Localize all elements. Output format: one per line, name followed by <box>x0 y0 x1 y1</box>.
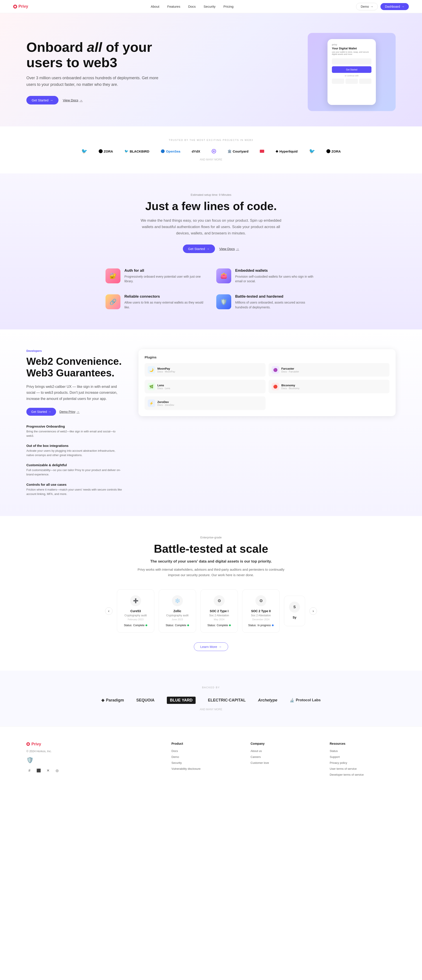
learn-more-button[interactable]: Learn More → <box>194 643 228 651</box>
footer-logo: Privy <box>26 742 158 746</box>
feature-connectors-icon: 🔗 <box>105 294 120 309</box>
logo-opensea: 🔵OpenSea <box>161 149 180 153</box>
hero-get-started-button[interactable]: Get Started → <box>26 96 59 105</box>
footer-shield-icon: 🛡️ <box>26 757 158 764</box>
backer-blueyard: BLUE YARD <box>167 697 196 704</box>
feature-auth-title: Auth for all <box>125 269 206 273</box>
hero-buttons: Get Started → View Docs → <box>26 96 163 105</box>
nav-logo-text: Privy <box>18 4 28 9</box>
plugin-lens-icon: 🌿 <box>148 383 155 390</box>
hero-image: privy Your Digital Wallet use your walle… <box>308 33 396 111</box>
dev-features-list: Progressive Onboarding Bring the conveni… <box>26 425 123 496</box>
footer-copyright: © 2024 Horkos, Inc. <box>26 749 158 753</box>
plugins-grid: 🌙 MoonPay Docs · MoonPay 🟣 Farcaster Doc… <box>145 363 390 410</box>
footer: Privy © 2024 Horkos, Inc. 🛡️ # ⬛ ✕ ◎ Pro… <box>0 726 422 805</box>
plugin-biconomy-name: Biconomy <box>281 383 300 387</box>
dev-feature-2-title: Customizable & delightful <box>26 463 123 467</box>
hero-title: Onboard all of your users to web3 <box>26 40 163 70</box>
hero-left: Onboard all of your users to web3 Over 3… <box>26 40 163 104</box>
footer-social-twitter[interactable]: ✕ <box>45 768 51 774</box>
zellic-name: Zellic <box>164 609 191 613</box>
footer-col-company: Company About us Careers Customer love <box>251 742 316 779</box>
setup-section: Estimated setup time: 9 Minutes Just a f… <box>0 173 422 329</box>
zellic-type: Cryptography audit <box>164 614 191 617</box>
plugin-moonpay-meta: Docs · MoonPay <box>157 370 175 373</box>
plugin-zerodev: ⚡ ZeroDev Docs · ZeroDev <box>145 396 265 410</box>
privy-logo-icon <box>13 5 17 9</box>
footer-link-customer[interactable]: Customer love <box>251 761 316 764</box>
dev-feature-3: Controls for all use cases Friction wher… <box>26 483 123 496</box>
footer-social-discord[interactable]: ◎ <box>54 768 60 774</box>
footer-link-support[interactable]: Support <box>330 755 396 759</box>
footer-link-dev-terms[interactable]: Developer terms of service <box>330 773 396 776</box>
plugin-moonpay-icon: 🌙 <box>148 366 155 374</box>
partial-name: Sy <box>289 616 300 619</box>
dev-title: Web2 Convenience. Web3 Guarantees. <box>26 356 123 379</box>
dev-feature-1-desc: Activate your users by plugging into acc… <box>26 449 123 457</box>
nav-item-docs[interactable]: Docs <box>188 5 196 8</box>
nav-logo[interactable]: Privy <box>13 4 28 9</box>
logo-privy-bird: 🐦 <box>82 148 87 154</box>
soc2t1-type: Soc 2 Attestation <box>206 614 233 617</box>
footer-link-status[interactable]: Status <box>330 749 396 752</box>
soc2t1-name: SOC 2 Type I <box>206 609 233 613</box>
feature-connectors: 🔗 Reliable connectors Allow users to lin… <box>105 294 206 310</box>
footer-link-user-terms[interactable]: User terms of service <box>330 767 396 770</box>
footer-link-careers[interactable]: Careers <box>251 755 316 759</box>
backer-protocol: 🔬Protocol Labs <box>290 698 321 703</box>
logo-dydx: dYdX <box>192 150 200 153</box>
plugin-farcaster-name: Farcaster <box>281 367 299 370</box>
dev-desc: Privy brings web2-caliber UX — like sign… <box>26 383 123 402</box>
carousel-next-button[interactable]: › <box>310 607 317 615</box>
security-desc: Privy works with internal stakeholders, … <box>136 567 286 578</box>
footer-link-vuln[interactable]: Vulnerability disclosure <box>171 767 237 770</box>
svg-point-1 <box>14 6 16 8</box>
carousel-prev-button[interactable]: ‹ <box>105 607 112 615</box>
footer-social-github[interactable]: ⬛ <box>35 768 42 774</box>
cure53-date: February 2023 <box>122 618 149 621</box>
backer-paradigm: ◆Paradigm <box>101 698 124 703</box>
footer-link-docs[interactable]: Docs <box>171 749 237 752</box>
nav-item-pricing[interactable]: Pricing <box>224 5 233 8</box>
backer-electric: ELECTRIC·CAPITAL <box>208 698 246 703</box>
setup-view-docs-link[interactable]: View Docs → <box>219 247 239 251</box>
plugin-farcaster-meta: Docs · Farcaster <box>281 370 299 373</box>
dev-left: Developers Web2 Convenience. Web3 Guaran… <box>26 349 123 496</box>
nav-item-features[interactable]: Features <box>167 5 180 8</box>
navbar: Privy About Features Docs Security Prici… <box>0 0 422 13</box>
dev-demo-link[interactable]: Demo Privy → <box>59 408 80 416</box>
soc2t2-status-dot <box>272 624 273 626</box>
nav-item-security[interactable]: Security <box>203 5 216 8</box>
soc2t1-status: Status: Complete <box>206 624 233 627</box>
dashboard-button[interactable]: Dashboard → <box>380 3 409 10</box>
mock-twitter-btn <box>359 79 371 84</box>
mock-divider: or continue with <box>332 75 371 77</box>
plugin-farcaster-icon: 🟣 <box>272 366 279 374</box>
trusted-label: TRUSTED BY THE MOST EXCITING PROJECTS IN… <box>26 139 396 142</box>
footer-link-privacy[interactable]: Privacy policy <box>330 761 396 764</box>
footer-grid: Privy © 2024 Horkos, Inc. 🛡️ # ⬛ ✕ ◎ Pro… <box>26 742 396 779</box>
zellic-status-dot <box>187 624 189 626</box>
hero-section: Onboard all of your users to web3 Over 3… <box>0 13 422 126</box>
demo-button[interactable]: Demo → <box>356 3 378 10</box>
cure53-name: Cure53 <box>122 609 149 613</box>
logo-zora: ZORA <box>99 149 113 153</box>
dev-label: Developers <box>26 349 123 353</box>
dev-get-started-button[interactable]: Get Started → <box>26 408 56 416</box>
and-many-more: AND MANY MORE <box>26 158 396 161</box>
feature-wallets-title: Embedded wallets <box>235 269 316 273</box>
feature-battle: 🛡️ Battle-tested and hardened Millions o… <box>216 294 316 310</box>
footer-link-security[interactable]: Security <box>171 761 237 764</box>
footer-col-resources: Resources Status Support Privacy policy … <box>330 742 396 779</box>
svg-point-3 <box>27 743 29 745</box>
setup-get-started-button[interactable]: Get Started → <box>183 245 215 253</box>
footer-link-demo[interactable]: Demo <box>171 755 237 759</box>
backer-archetype: Archetype <box>258 698 277 703</box>
hero-view-docs-link[interactable]: View Docs → <box>63 98 83 102</box>
plugin-biconomy-meta: Docs · Biconomy <box>281 387 300 390</box>
footer-link-about[interactable]: About us <box>251 749 316 752</box>
footer-social-grid[interactable]: # <box>26 768 32 774</box>
logo-strip: 🐦 ZORA 🐦BLACKBIRD 🔵OpenSea dYdX W 🏛️Cour… <box>26 148 396 154</box>
nav-item-about[interactable]: About <box>151 5 159 8</box>
dev-feature-1-title: Out of the box integrations <box>26 444 123 447</box>
